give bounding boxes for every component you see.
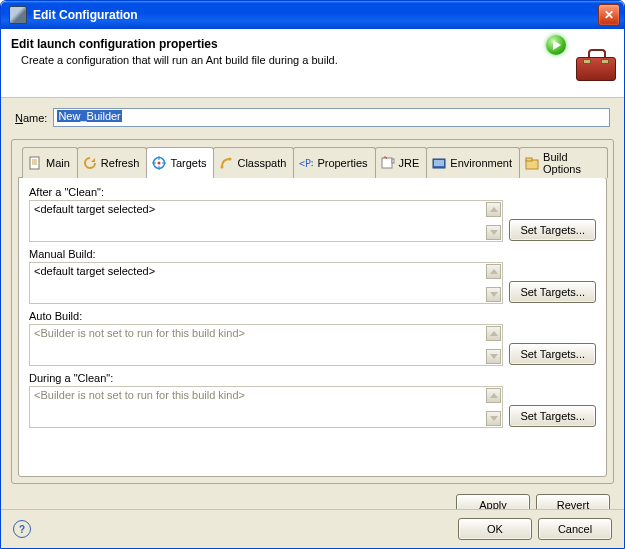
targets-icon (152, 156, 166, 170)
svg-rect-7 (392, 159, 394, 163)
svg-rect-0 (30, 157, 39, 169)
scroll-down-icon[interactable] (486, 411, 501, 426)
properties-icon: <P> (299, 156, 313, 170)
tab-panel-targets: After a "Clean": <default target selecte… (18, 177, 607, 477)
tab-build-options[interactable]: Build Options (519, 147, 608, 178)
scroll-up-icon[interactable] (486, 388, 501, 403)
scroll-down-icon[interactable] (486, 225, 501, 240)
name-label: Name: (15, 112, 47, 124)
svg-point-3 (221, 166, 224, 169)
name-input[interactable]: New_Builder (53, 108, 610, 127)
set-targets-after-clean-button[interactable]: Set Targets... (509, 219, 596, 241)
jre-icon (381, 156, 395, 170)
scroll-up-icon[interactable] (486, 202, 501, 217)
cancel-button[interactable]: Cancel (538, 518, 612, 540)
app-icon (9, 6, 27, 24)
name-row: Name: New_Builder (11, 108, 614, 127)
svg-rect-6 (382, 158, 392, 168)
tab-strip: Main Refresh Targets Classpath <P> Prope… (22, 147, 607, 178)
classpath-icon (219, 156, 233, 170)
page-title: Edit launch configuration properties (11, 37, 614, 51)
run-icon (546, 35, 566, 55)
toolbox-icon (574, 47, 616, 81)
group-auto-build: Auto Build: <Builder is not set to run f… (29, 310, 596, 366)
set-targets-manual-build-button[interactable]: Set Targets... (509, 281, 596, 303)
group-after-clean: After a "Clean": <default target selecte… (29, 186, 596, 242)
group-label: Auto Build: (29, 310, 596, 322)
tab-main[interactable]: Main (22, 147, 78, 178)
scroll-down-icon[interactable] (486, 287, 501, 302)
set-targets-auto-build-button[interactable]: Set Targets... (509, 343, 596, 365)
after-clean-targets-list[interactable]: <default target selected> (29, 200, 503, 242)
scroll-up-icon[interactable] (486, 326, 501, 341)
title-bar: Edit Configuration ✕ (1, 1, 624, 29)
scroll-up-icon[interactable] (486, 264, 501, 279)
build-options-icon (525, 156, 539, 170)
set-targets-during-clean-button[interactable]: Set Targets... (509, 405, 596, 427)
page-subtitle: Create a configuration that will run an … (21, 54, 614, 66)
banner: Edit launch configuration properties Cre… (1, 29, 624, 98)
group-label: Manual Build: (29, 248, 596, 260)
document-icon (28, 156, 42, 170)
scroll-down-icon[interactable] (486, 349, 501, 364)
tab-jre[interactable]: JRE (375, 147, 428, 178)
manual-build-targets-list[interactable]: <default target selected> (29, 262, 503, 304)
tab-environment[interactable]: Environment (426, 147, 520, 178)
refresh-icon (83, 156, 97, 170)
svg-point-2 (158, 162, 161, 165)
svg-text:<P>: <P> (299, 158, 313, 169)
environment-icon (432, 156, 446, 170)
during-clean-targets-list[interactable]: <Builder is not set to run for this buil… (29, 386, 503, 428)
svg-point-4 (229, 158, 232, 161)
tab-properties[interactable]: <P> Properties (293, 147, 375, 178)
group-label: After a "Clean": (29, 186, 596, 198)
group-during-clean: During a "Clean": <Builder is not set to… (29, 372, 596, 428)
group-manual-build: Manual Build: <default target selected> … (29, 248, 596, 304)
tab-refresh[interactable]: Refresh (77, 147, 148, 178)
tab-targets[interactable]: Targets (146, 147, 214, 178)
window-title: Edit Configuration (33, 8, 138, 22)
svg-rect-9 (434, 160, 444, 166)
close-icon[interactable]: ✕ (598, 4, 620, 26)
help-icon[interactable]: ? (13, 520, 31, 538)
group-label: During a "Clean": (29, 372, 596, 384)
svg-rect-11 (526, 158, 532, 161)
auto-build-targets-list[interactable]: <Builder is not set to run for this buil… (29, 324, 503, 366)
ok-button[interactable]: OK (458, 518, 532, 540)
tab-classpath[interactable]: Classpath (213, 147, 294, 178)
